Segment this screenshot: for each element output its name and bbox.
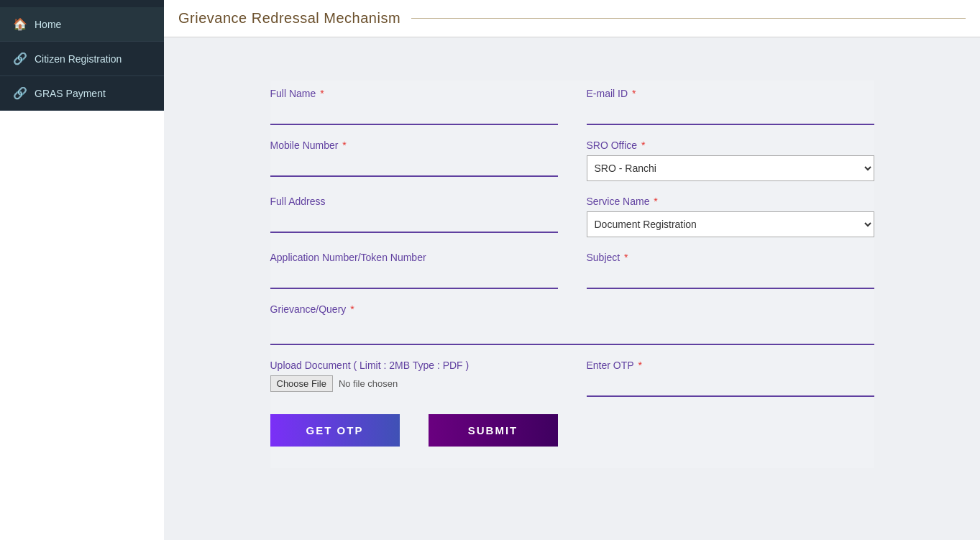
- form-row-2: Mobile Number * SRO Office * SRO - Ranch…: [270, 139, 874, 181]
- gras-payment-icon: 🔗: [13, 86, 27, 100]
- service-name-label: Service Name *: [587, 196, 874, 207]
- otp-required-star: *: [636, 360, 642, 371]
- grievance-label: Grievance/Query *: [270, 303, 874, 315]
- grievance-textarea[interactable]: [270, 319, 874, 345]
- full-address-input[interactable]: [270, 211, 558, 233]
- no-file-text: No file chosen: [339, 378, 398, 389]
- subject-required-star: *: [621, 252, 628, 263]
- sidebar-item-gras-payment[interactable]: 🔗 GRAS Payment: [0, 76, 164, 111]
- sro-required-star: *: [638, 139, 645, 151]
- full-name-required-star: *: [317, 88, 324, 99]
- sidebar-item-home[interactable]: 🏠 Home: [0, 7, 164, 42]
- subject-input[interactable]: [587, 267, 874, 289]
- sidebar: 🏠 Home 🔗 Citizen Registration 🔗 GRAS Pay…: [0, 0, 164, 540]
- mobile-required-star: *: [339, 139, 346, 151]
- citizen-reg-icon: 🔗: [13, 52, 27, 65]
- form-container: Full Name * E-mail ID * Mobile Number *: [270, 81, 874, 468]
- form-row-1: Full Name * E-mail ID *: [270, 88, 874, 125]
- buttons-row: GET OTP SUBMIT: [270, 414, 874, 447]
- choose-file-button[interactable]: Choose File: [270, 375, 333, 392]
- service-required-star: *: [651, 196, 657, 207]
- subject-group: Subject *: [587, 252, 874, 289]
- grievance-required-star: *: [347, 303, 354, 315]
- full-name-group: Full Name *: [270, 88, 558, 125]
- mobile-group: Mobile Number *: [270, 139, 558, 181]
- email-input[interactable]: [587, 104, 874, 125]
- form-row-4: Application Number/Token Number Subject …: [270, 252, 874, 289]
- get-otp-button[interactable]: GET OTP: [270, 414, 400, 447]
- sidebar-item-citizen-registration[interactable]: 🔗 Citizen Registration: [0, 42, 164, 76]
- full-name-label: Full Name *: [270, 88, 558, 99]
- form-area: Full Name * E-mail ID * Mobile Number *: [164, 37, 980, 540]
- sro-office-label: SRO Office *: [587, 139, 874, 151]
- mobile-label: Mobile Number *: [270, 139, 558, 151]
- app-number-label: Application Number/Token Number: [270, 252, 558, 263]
- header-line: [411, 18, 966, 19]
- email-group: E-mail ID *: [587, 88, 874, 125]
- home-icon: 🏠: [13, 17, 27, 31]
- email-label: E-mail ID *: [587, 88, 874, 99]
- sro-office-select[interactable]: SRO - Ranchi SRO - Dhanbad SRO - Jamshed…: [587, 155, 874, 181]
- header-bar: Grievance Redressal Mechanism: [164, 0, 980, 37]
- app-number-group: Application Number/Token Number: [270, 252, 558, 289]
- service-name-group: Service Name * Document Registration Mar…: [587, 196, 874, 237]
- grievance-group: Grievance/Query *: [270, 303, 874, 345]
- submit-button[interactable]: SUBMIT: [429, 414, 558, 447]
- upload-label: Upload Document ( Limit : 2MB Type : PDF…: [270, 360, 558, 371]
- main-content: Grievance Redressal Mechanism Full Name …: [164, 0, 980, 540]
- form-row-6: Upload Document ( Limit : 2MB Type : PDF…: [270, 360, 874, 397]
- mobile-input[interactable]: [270, 155, 558, 177]
- sro-office-group: SRO Office * SRO - Ranchi SRO - Dhanbad …: [587, 139, 874, 181]
- form-row-3: Full Address Service Name * Document Reg…: [270, 196, 874, 237]
- full-address-label: Full Address: [270, 196, 558, 207]
- enter-otp-label: Enter OTP *: [587, 360, 874, 371]
- upload-group: Upload Document ( Limit : 2MB Type : PDF…: [270, 360, 558, 397]
- form-row-5: Grievance/Query *: [270, 303, 874, 345]
- otp-input[interactable]: [587, 375, 874, 397]
- full-address-group: Full Address: [270, 196, 558, 237]
- sidebar-item-home-label: Home: [35, 19, 61, 30]
- full-name-input[interactable]: [270, 104, 558, 125]
- header-title: Grievance Redressal Mechanism: [178, 10, 400, 27]
- email-required-star: *: [629, 88, 636, 99]
- service-name-select[interactable]: Document Registration Marriage Registrat…: [587, 211, 874, 237]
- file-input-wrapper: Choose File No file chosen: [270, 375, 558, 392]
- sidebar-item-gras-label: GRAS Payment: [35, 88, 106, 99]
- app-number-input[interactable]: [270, 267, 558, 289]
- subject-label: Subject *: [587, 252, 874, 263]
- sidebar-item-citizen-label: Citizen Registration: [35, 53, 122, 65]
- otp-group: Enter OTP *: [587, 360, 874, 397]
